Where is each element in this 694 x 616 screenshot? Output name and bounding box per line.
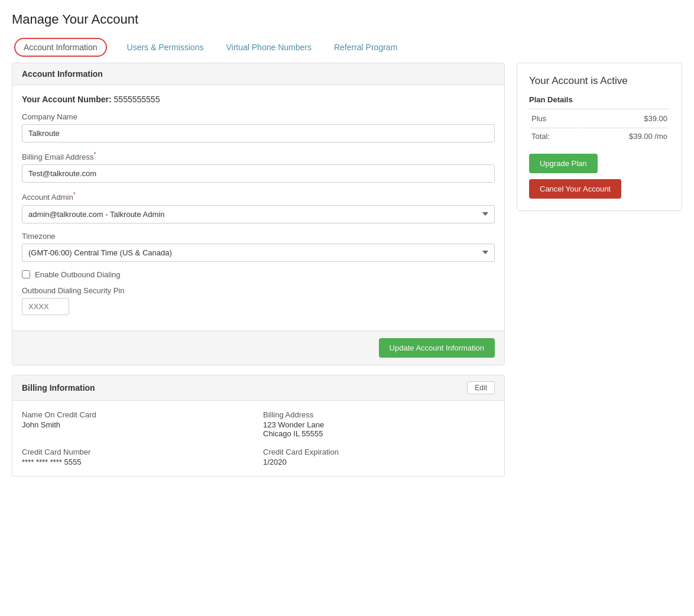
outbound-pin-label: Outbound Dialing Security Pin <box>22 286 495 295</box>
billing-cc-expiry-label: Credit Card Expiration <box>263 448 495 456</box>
billing-email-group: Billing Email Address* <box>22 151 495 183</box>
upgrade-plan-button[interactable]: Upgrade Plan <box>529 154 598 173</box>
plan-table: Plus $39.00 Total: $39.00 /mo <box>529 109 670 145</box>
billing-address-label: Billing Address <box>263 410 495 419</box>
plan-status: Your Account is Active <box>529 75 670 87</box>
billing-info-card: Billing Information Edit Name On Credit … <box>12 375 505 476</box>
billing-cc-expiry-value: 1/2020 <box>263 458 495 466</box>
billing-cc-number-field: Credit Card Number **** **** **** 5555 <box>22 448 254 466</box>
tabs-nav: Account Information Users & Permissions … <box>12 38 682 57</box>
main-layout: Account Information Your Account Number:… <box>12 63 682 476</box>
billing-edit-button[interactable]: Edit <box>467 381 495 394</box>
plan-row: Plus $39.00 <box>530 111 669 127</box>
billing-address-field: Billing Address 123 Wonder Lane Chicago … <box>263 410 495 438</box>
billing-address-line2: Chicago IL 55555 <box>263 429 495 438</box>
timezone-select[interactable]: (GMT-06:00) Central Time (US & Canada) <box>22 244 495 262</box>
company-name-label: Company Name <box>22 112 495 121</box>
company-name-group: Company Name <box>22 112 495 142</box>
plan-total-label: Total: <box>530 128 576 144</box>
account-number-row: Your Account Number: 5555555555 <box>22 95 495 104</box>
tab-users-permissions[interactable]: Users & Permissions <box>125 38 206 57</box>
plan-details-title: Plan Details <box>529 95 670 104</box>
billing-cc-number-label: Credit Card Number <box>22 448 254 456</box>
account-number-label: Your Account Number: <box>22 95 112 104</box>
billing-info-title: Billing Information <box>22 383 95 393</box>
billing-cc-number-value: **** **** **** 5555 <box>22 458 254 466</box>
billing-name-label: Name On Credit Card <box>22 410 254 419</box>
account-info-card-header: Account Information <box>12 63 504 85</box>
account-number-value: 5555555555 <box>114 95 160 104</box>
tab-account-information[interactable]: Account Information <box>14 38 107 57</box>
timezone-group: Timezone (GMT-06:00) Central Time (US & … <box>22 232 495 262</box>
billing-address-line1: 123 Wonder Lane <box>263 420 495 429</box>
enable-outbound-checkbox[interactable] <box>22 270 30 278</box>
timezone-label: Timezone <box>22 232 495 241</box>
account-admin-select[interactable]: admin@talkroute.com - Talkroute Admin <box>22 205 495 223</box>
tab-referral-program[interactable]: Referral Program <box>332 38 400 57</box>
account-admin-label: Account Admin* <box>22 191 495 202</box>
cancel-account-button[interactable]: Cancel Your Account <box>529 179 621 199</box>
billing-body: Name On Credit Card John Smith Billing A… <box>12 401 504 476</box>
account-info-card-body: Your Account Number: 5555555555 Company … <box>12 85 504 330</box>
billing-info-card-header: Billing Information Edit <box>12 375 504 401</box>
enable-outbound-row: Enable Outbound Dialing <box>22 270 495 279</box>
plan-total-row: Total: $39.00 /mo <box>530 128 669 144</box>
billing-email-input[interactable] <box>22 164 495 183</box>
tab-virtual-phone-numbers[interactable]: Virtual Phone Numbers <box>223 38 313 57</box>
update-account-button[interactable]: Update Account Information <box>379 338 495 358</box>
plan-card: Your Account is Active Plan Details Plus… <box>517 63 682 211</box>
plan-price: $39.00 <box>578 111 669 127</box>
billing-name-field: Name On Credit Card John Smith <box>22 410 254 438</box>
plan-total-value: $39.00 /mo <box>578 128 669 144</box>
left-column: Account Information Your Account Number:… <box>12 63 505 476</box>
account-info-card-footer: Update Account Information <box>12 330 504 365</box>
right-column: Your Account is Active Plan Details Plus… <box>517 63 682 476</box>
outbound-pin-input[interactable] <box>22 298 69 315</box>
billing-email-label: Billing Email Address* <box>22 151 495 161</box>
company-name-input[interactable] <box>22 124 495 142</box>
plan-name: Plus <box>530 111 576 127</box>
outbound-pin-group: Outbound Dialing Security Pin <box>22 286 495 315</box>
billing-cc-expiry-field: Credit Card Expiration 1/2020 <box>263 448 495 466</box>
page-title: Manage Your Account <box>12 12 682 27</box>
plan-buttons: Upgrade Plan Cancel Your Account <box>529 154 670 199</box>
account-admin-group: Account Admin* admin@talkroute.com - Tal… <box>22 191 495 223</box>
enable-outbound-label: Enable Outbound Dialing <box>35 270 121 279</box>
billing-name-value: John Smith <box>22 420 254 429</box>
account-info-card: Account Information Your Account Number:… <box>12 63 505 365</box>
